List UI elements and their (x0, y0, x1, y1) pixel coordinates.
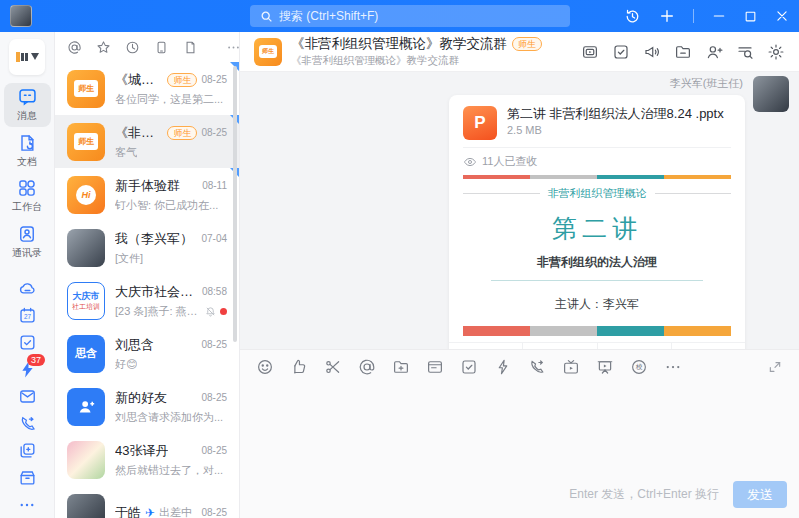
tool-flash[interactable]: 37 (7, 356, 47, 383)
user-avatar[interactable] (10, 5, 32, 27)
emoji-icon[interactable] (256, 358, 274, 376)
chat-time: 08-25 (201, 74, 227, 85)
chat-list-item-selected[interactable]: 师生 《非营利... 师生 08-25 客气 (55, 115, 239, 168)
tool-todo[interactable] (7, 329, 47, 356)
nav-item-workbench[interactable]: 工作台 (4, 174, 51, 218)
slide-title: 第二讲 (463, 212, 731, 245)
nav-item-docs[interactable]: 文档 (4, 129, 51, 173)
ding-flash-icon[interactable] (494, 358, 512, 376)
chat-list-item[interactable]: 新的好友 08-25 刘思含请求添加你为... (55, 380, 239, 433)
file-info[interactable]: P 第二讲 非营利组织法人治理8.24 .pptx 2.5 MB (449, 95, 745, 147)
group-avatar[interactable]: 师生 (254, 38, 282, 66)
summary-card-icon[interactable] (426, 358, 444, 376)
recent-filter-icon[interactable] (125, 40, 140, 55)
read-count-text: 11人已查收 (482, 154, 537, 169)
minimize-icon[interactable] (712, 9, 726, 23)
preview-online-button[interactable]: 在线预览 (449, 343, 522, 349)
nav-item-messages[interactable]: 消息 (4, 83, 51, 127)
chat-preview: 各位同学，这是第二... (115, 92, 223, 107)
save-to-cloud-button[interactable]: 存到云盘 (671, 343, 745, 349)
star-filter-icon[interactable] (96, 40, 111, 55)
chat-title: 43张译丹 (115, 442, 168, 460)
group-avatar: 师生 (67, 123, 105, 161)
announcement-icon[interactable] (643, 43, 661, 61)
chat-list-item[interactable]: 师生 《城市管... 师生 08-25 各位同学，这是第二... (55, 62, 239, 115)
slide-subtitle: 非营利组织的法人治理 (463, 254, 731, 271)
close-icon[interactable] (775, 9, 789, 23)
chat-list-more-icon[interactable] (226, 40, 241, 55)
business-trip-icon: ✈ (145, 506, 155, 518)
tool-calendar[interactable]: 27 (7, 302, 47, 329)
search-history-icon[interactable] (736, 43, 754, 61)
mobile-filter-icon[interactable] (154, 40, 169, 55)
chat-preview: [文件] (115, 251, 143, 266)
nav-label: 通讯录 (12, 246, 42, 260)
create-todo-icon[interactable] (460, 358, 478, 376)
pptx-file-icon: P (463, 106, 497, 140)
teacher-student-badge: 师生 (167, 73, 197, 87)
muted-icon (205, 306, 216, 317)
group-files-icon[interactable] (674, 43, 692, 61)
read-receipt[interactable]: 11人已查收 (449, 148, 745, 175)
chat-time: 08-25 (201, 507, 227, 518)
user-avatar (67, 494, 105, 518)
status-text: 出差中 (159, 505, 192, 518)
chat-list-item[interactable]: 思含 刘思含 08-25 好😊 (55, 327, 239, 380)
file-filter-icon[interactable] (183, 40, 198, 55)
chat-time: 08-25 (201, 339, 227, 350)
voice-call-icon[interactable] (528, 358, 546, 376)
thumbs-up-icon[interactable] (290, 358, 308, 376)
tool-phone[interactable] (7, 410, 47, 437)
composer-toolbar: 校 (240, 350, 799, 383)
screenshot-scissors-icon[interactable] (324, 358, 342, 376)
send-file-icon[interactable] (392, 358, 410, 376)
screen-share-icon[interactable] (596, 358, 614, 376)
teacher-student-badge: 师生 (167, 126, 197, 140)
chat-list-item[interactable]: 43张译丹 08-25 然后就错过去了，对... (55, 433, 239, 486)
chat-time: 08:58 (202, 286, 227, 297)
teacher-student-badge: 师生 (512, 37, 542, 51)
titlebar-divider (693, 9, 694, 23)
edit-online-button[interactable]: 在线编辑 (522, 343, 596, 349)
chat-list-scrollbar[interactable] (233, 66, 237, 342)
slide-preview[interactable]: 非营利组织管理概论 第二讲 非营利组织的法人治理 主讲人：李兴军 (463, 175, 731, 336)
chat-list-item[interactable]: 我（李兴军） 07-04 [文件] (55, 221, 239, 274)
slide-speaker: 主讲人：李兴军 (463, 296, 731, 313)
chat-title: 《城市管... (115, 71, 163, 89)
expand-composer-icon[interactable] (767, 359, 783, 375)
unread-dot (220, 308, 227, 315)
live-video-icon[interactable] (562, 358, 580, 376)
composer: 校 Enter 发送，Ctrl+Enter 换行 发送 (240, 349, 799, 518)
add-icon[interactable] (659, 8, 675, 24)
org-logo[interactable] (9, 39, 45, 75)
rail-more-icon[interactable] (7, 491, 47, 518)
mention-filter-icon[interactable] (67, 40, 82, 55)
sender-avatar[interactable] (753, 76, 789, 112)
logo-mark (16, 52, 20, 62)
message-input[interactable]: Enter 发送，Ctrl+Enter 换行 发送 (240, 383, 799, 518)
add-member-icon[interactable] (705, 43, 723, 61)
tool-mail[interactable] (7, 383, 47, 410)
tool-cloud-drive[interactable] (7, 275, 47, 302)
chat-list-item[interactable]: 大庆市 社工培训 大庆市社会工... 08:58 [23 条]燕子: 燕子评..… (55, 274, 239, 327)
tool-mini-window[interactable] (7, 437, 47, 464)
maximize-icon[interactable] (744, 10, 757, 23)
download-button[interactable]: 下载 (597, 343, 671, 349)
chat-list-item[interactable]: Hi 新手体验群 08-11 钉小智: 你已成功在... (55, 168, 239, 221)
user-avatar (67, 441, 105, 479)
video-meeting-icon[interactable] (581, 43, 599, 61)
chat-preview: 钉小智: 你已成功在... (115, 198, 218, 213)
send-button[interactable]: 发送 (733, 481, 787, 508)
settings-gear-icon[interactable] (767, 43, 785, 61)
chat-list-item[interactable]: 于皓 ✈ 出差中 08-25 (55, 486, 239, 518)
chat-list-panel: 师生 《城市管... 师生 08-25 各位同学，这是第二... 师生 (55, 32, 240, 518)
todo-icon[interactable] (612, 43, 630, 61)
search-input[interactable]: 搜索 (Ctrl+Shift+F) (250, 5, 570, 27)
chat-title: 新的好友 (115, 389, 167, 407)
mention-icon[interactable] (358, 358, 376, 376)
nav-item-contacts[interactable]: 通讯录 (4, 220, 51, 264)
toolbar-more-icon[interactable] (664, 358, 682, 376)
tool-storage-box[interactable] (7, 464, 47, 491)
history-icon[interactable] (624, 8, 641, 25)
campus-redpacket-icon[interactable]: 校 (630, 358, 648, 376)
